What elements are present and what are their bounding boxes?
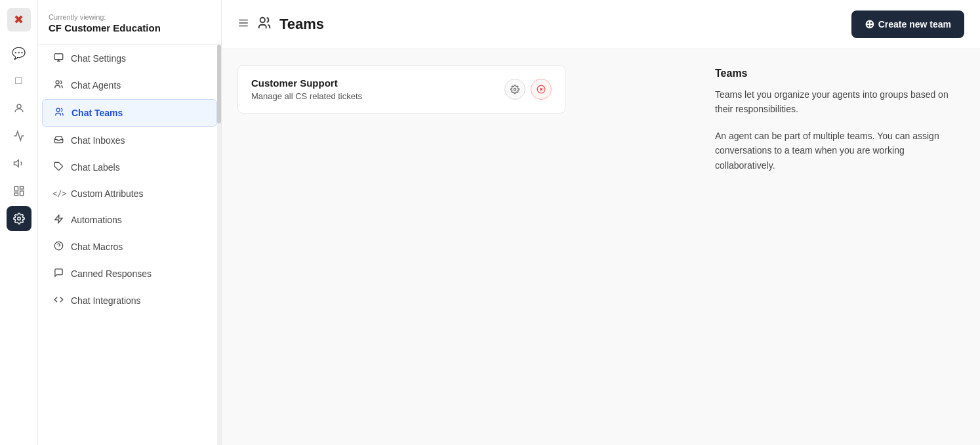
menu-toggle-icon[interactable]: [237, 17, 249, 32]
nav-icon-reports[interactable]: [7, 123, 31, 148]
sidebar: Currently viewing: CF Customer Education…: [38, 0, 222, 445]
svg-point-11: [56, 108, 60, 112]
team-card-info: Customer Support Manage all CS related t…: [251, 77, 504, 101]
main-body: Customer Support Manage all CS related t…: [222, 49, 980, 445]
create-btn-label: Create new team: [878, 19, 951, 30]
sidebar-item-chat-integrations[interactable]: Chat Integrations: [42, 287, 217, 314]
chat-macros-label: Chat Macros: [71, 242, 123, 252]
create-btn-icon: ⊕: [865, 17, 874, 32]
sidebar-item-chat-agents[interactable]: Chat Agents: [42, 72, 217, 98]
teams-header-icon: [257, 16, 272, 33]
sidebar-item-automations[interactable]: Automations: [42, 207, 217, 233]
chat-labels-label: Chat Labels: [71, 162, 120, 173]
sidebar-item-chat-settings[interactable]: Chat Settings: [42, 45, 217, 72]
svg-point-19: [514, 88, 516, 91]
sidebar-item-chat-labels[interactable]: Chat Labels: [42, 154, 217, 180]
info-panel-text-1: Teams let you organize your agents into …: [715, 87, 964, 117]
svg-point-6: [17, 217, 20, 221]
team-delete-button[interactable]: [531, 79, 552, 100]
nav-icon-campaigns[interactable]: [7, 151, 31, 176]
scrollbar-track[interactable]: [217, 45, 221, 445]
main-header: Teams ⊕ Create new team: [222, 0, 980, 49]
svg-point-10: [56, 81, 59, 84]
scrollbar-thumb[interactable]: [217, 45, 221, 123]
org-name: CF Customer Education: [49, 22, 211, 33]
team-settings-button[interactable]: [504, 79, 525, 100]
svg-rect-3: [20, 186, 23, 189]
nav-icon-chat[interactable]: 💬: [7, 41, 31, 66]
nav-icon-settings[interactable]: [7, 206, 31, 231]
chat-integrations-label: Chat Integrations: [71, 295, 141, 306]
svg-point-0: [17, 104, 21, 108]
info-panel: Teams Teams let you organize your agents…: [715, 65, 964, 429]
svg-rect-4: [20, 191, 23, 196]
chat-agents-icon: [52, 79, 64, 91]
page-title: Teams: [279, 16, 324, 33]
svg-rect-7: [54, 54, 63, 60]
sidebar-header: Currently viewing: CF Customer Education: [38, 0, 221, 45]
sidebar-item-chat-teams[interactable]: Chat Teams: [42, 99, 217, 127]
nav-icon-library[interactable]: [7, 179, 31, 203]
custom-attributes-label: Custom Attributes: [71, 188, 144, 199]
team-card: Customer Support Manage all CS related t…: [237, 65, 565, 114]
sidebar-item-canned-responses[interactable]: Canned Responses: [42, 261, 217, 287]
viewing-label: Currently viewing:: [49, 13, 211, 21]
svg-rect-2: [14, 186, 18, 191]
chat-agents-label: Chat Agents: [71, 80, 121, 91]
chat-settings-icon: [52, 53, 64, 64]
info-panel-title: Teams: [715, 68, 964, 79]
svg-point-18: [260, 17, 265, 22]
team-description: Manage all CS related tickets: [251, 91, 504, 101]
chat-inboxes-icon: [52, 135, 64, 146]
chat-inboxes-label: Chat Inboxes: [71, 135, 125, 146]
sidebar-item-chat-macros[interactable]: Chat Macros: [42, 234, 217, 260]
app-logo: ✖: [7, 8, 31, 32]
nav-icon-inbox[interactable]: □: [7, 68, 31, 93]
svg-marker-1: [14, 160, 18, 167]
chat-teams-label: Chat Teams: [71, 108, 123, 118]
team-card-actions: [504, 79, 552, 100]
svg-rect-5: [14, 193, 18, 196]
chat-settings-label: Chat Settings: [71, 53, 126, 64]
sidebar-scroll: Chat Settings Chat Agents Chat Teams Cha…: [38, 45, 221, 445]
automations-label: Automations: [71, 215, 122, 225]
chat-integrations-icon: [52, 295, 64, 307]
canned-responses-icon: [52, 268, 64, 280]
automations-icon: [52, 214, 64, 226]
create-new-team-button[interactable]: ⊕ Create new team: [851, 11, 964, 38]
custom-attributes-icon: </>: [52, 189, 64, 198]
canned-responses-label: Canned Responses: [71, 268, 152, 279]
team-list-area: Customer Support Manage all CS related t…: [237, 65, 689, 429]
info-panel-text-2: An agent can be part of multiple teams. …: [715, 129, 964, 173]
chat-teams-icon: [53, 107, 65, 119]
sidebar-item-custom-attributes[interactable]: </> Custom Attributes: [42, 181, 217, 206]
nav-icon-contacts[interactable]: [7, 96, 31, 121]
chat-macros-icon: [52, 241, 64, 253]
icon-nav: ✖ 💬 □: [0, 0, 38, 445]
team-name: Customer Support: [251, 77, 504, 89]
chat-labels-icon: [52, 161, 64, 173]
main-content: Teams ⊕ Create new team Customer Support…: [222, 0, 980, 445]
sidebar-item-chat-inboxes[interactable]: Chat Inboxes: [42, 127, 217, 154]
